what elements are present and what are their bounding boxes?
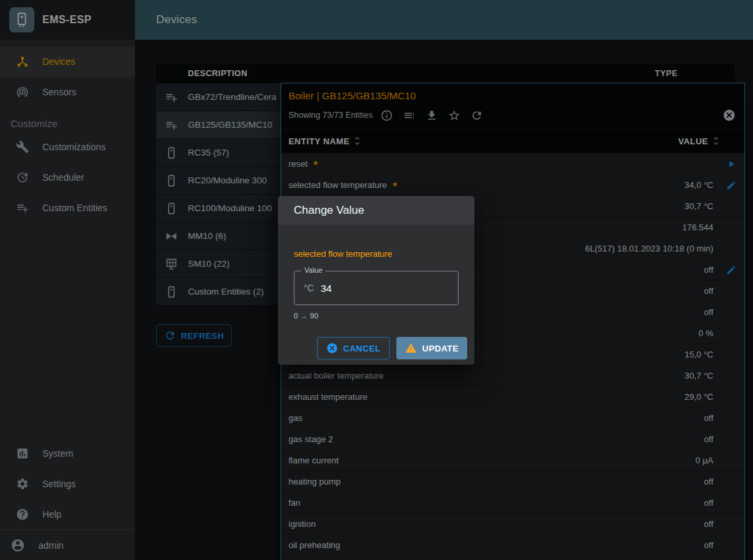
dialog-title: Change Value bbox=[278, 196, 474, 225]
update-button[interactable]: UPDATE bbox=[396, 337, 467, 359]
cancel-circle-icon bbox=[326, 342, 338, 354]
cancel-button[interactable]: CANCEL bbox=[317, 337, 390, 359]
change-value-dialog: Change Value selected flow temperature V… bbox=[278, 196, 474, 365]
warning-icon bbox=[405, 342, 417, 354]
cancel-label: CANCEL bbox=[343, 344, 381, 353]
dialog-entity-name: selected flow temperature bbox=[294, 249, 459, 259]
value-input[interactable] bbox=[321, 283, 449, 294]
update-label: UPDATE bbox=[422, 344, 459, 353]
value-unit: °C bbox=[304, 283, 314, 293]
value-field-label: Value bbox=[301, 266, 326, 274]
value-field: Value °C bbox=[294, 271, 459, 305]
value-range-hint: 0 → 90 bbox=[294, 312, 459, 320]
